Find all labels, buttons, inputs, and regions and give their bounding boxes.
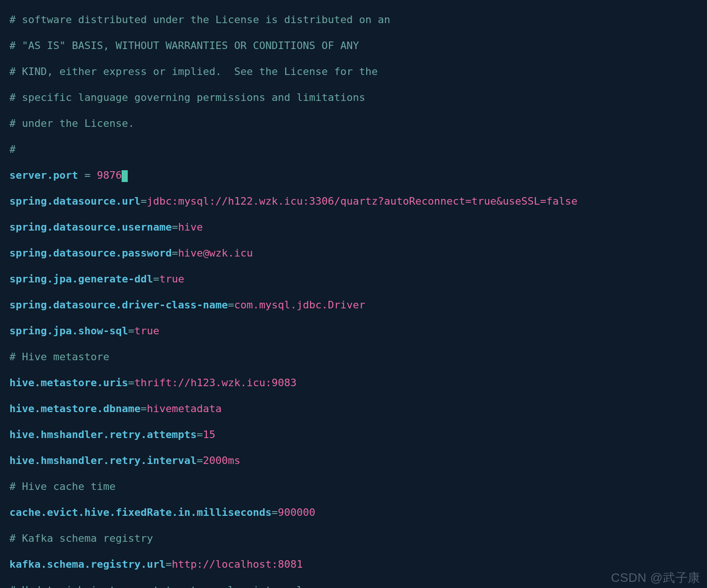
prop-value: hive@wzk.icu <box>178 247 253 259</box>
code-editor[interactable]: # software distributed under the License… <box>0 0 707 588</box>
comment-line: # "AS IS" BASIS, WITHOUT WARRANTIES OR C… <box>9 40 359 51</box>
equals-sign: = <box>197 429 203 440</box>
prop-value: true <box>159 273 184 285</box>
prop-value: thrift://h123.wzk.icu:9083 <box>134 377 296 389</box>
equals-sign: = <box>140 195 147 207</box>
comment-line: # KIND, either express or implied. See t… <box>9 66 378 77</box>
watermark: CSDN @武子康 <box>611 570 700 586</box>
prop-key: spring.jpa.show-sql <box>9 325 128 337</box>
equals-sign: = <box>128 377 134 389</box>
comment-line: # Kafka schema registry <box>9 532 153 544</box>
equals-sign: = <box>197 455 203 466</box>
equals-sign: = <box>271 506 278 518</box>
prop-key: spring.datasource.url <box>9 195 140 207</box>
equals-sign: = <box>128 325 134 337</box>
comment-line: # <box>9 143 16 155</box>
prop-value: 15 <box>203 429 216 440</box>
prop-key: hive.metastore.dbname <box>9 403 140 414</box>
prop-key: hive.hmshandler.retry.attempts <box>9 429 197 440</box>
prop-key: spring.jpa.generate-ddl <box>9 273 153 285</box>
prop-key: spring.datasource.username <box>9 221 172 233</box>
prop-key: hive.hmshandler.retry.interval <box>9 455 197 466</box>
comment-line: # under the License. <box>9 117 134 129</box>
prop-key: server.port <box>9 169 78 181</box>
prop-value: com.mysql.jdbc.Driver <box>234 299 365 311</box>
comment-line: # Hive metastore <box>9 351 109 363</box>
comment-line: # Hive cache time <box>9 480 115 492</box>
equals-sign: = <box>153 273 159 285</box>
equals-sign: = <box>140 403 147 414</box>
prop-key: spring.datasource.password <box>9 247 172 259</box>
equals-sign: = <box>172 247 178 259</box>
prop-value: http://localhost:8081 <box>172 558 303 570</box>
prop-value: 900000 <box>278 506 315 518</box>
prop-value: 2000ms <box>203 455 240 466</box>
equals-sign: = <box>228 299 234 311</box>
comment-line: # Update job instance state at regular i… <box>9 584 309 588</box>
prop-key: cache.evict.hive.fixedRate.in.millisecon… <box>9 506 271 518</box>
prop-key: hive.metastore.uris <box>9 377 128 389</box>
equals-sign: = <box>172 221 178 233</box>
prop-key: kafka.schema.registry.url <box>9 558 165 570</box>
comment-line: # specific language governing permission… <box>9 91 365 103</box>
text-cursor <box>122 170 128 182</box>
prop-value: hivemetadata <box>147 403 222 414</box>
equals-sign: = <box>78 169 97 181</box>
equals-sign: = <box>165 558 172 570</box>
prop-key: spring.datasource.driver-class-name <box>9 299 228 311</box>
prop-value: hive <box>178 221 203 233</box>
prop-value: jdbc:mysql://h122.wzk.icu:3306/quartz?au… <box>147 195 577 207</box>
prop-value: 9876 <box>97 169 122 181</box>
comment-line: # software distributed under the License… <box>9 14 390 25</box>
prop-value: true <box>134 325 159 337</box>
